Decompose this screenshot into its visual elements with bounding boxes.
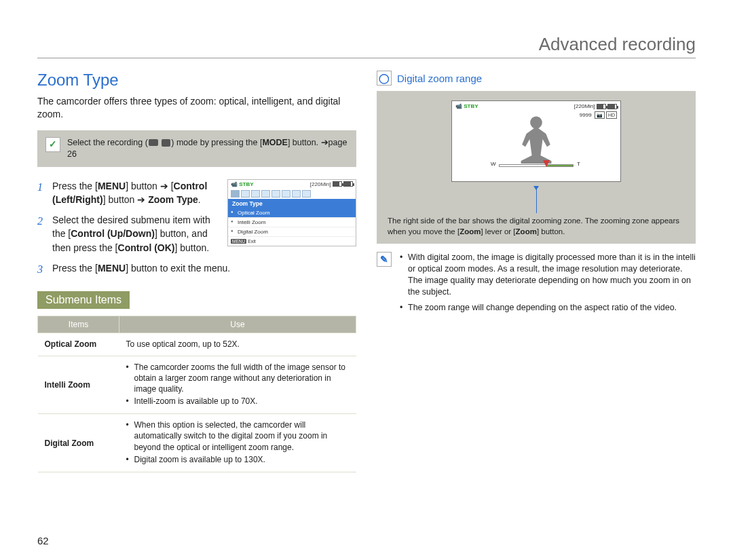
table-row: Optical Zoom To use optical zoom, up to … — [38, 333, 356, 356]
note-item: The zoom range will change depending on … — [400, 302, 696, 314]
preview-caption: The right side of the bar shows the digi… — [388, 216, 685, 237]
right-heading: Digital zoom range — [397, 73, 482, 84]
zoom-indicator-icon — [543, 160, 550, 167]
mode-note: ✓ Select the recording ( ) mode by press… — [37, 130, 356, 167]
preview-box: 📹 STBY [220Min] 9999 📷HD W T — [377, 91, 696, 244]
magnifier-icon: ◯ — [377, 71, 392, 86]
battery-icon — [597, 104, 606, 109]
two-column-layout: Zoom Type The camcorder offers three typ… — [37, 71, 696, 472]
steps-with-lcd: Press the [MENU] button ➔ [Control (Left… — [37, 179, 356, 261]
step-list-cont: Press the [MENU] button to exit the menu… — [37, 261, 356, 275]
lcd-top-bar: 📹 STBY [220Min] — [228, 180, 356, 189]
note-item: With digital zoom, the image is digitall… — [400, 252, 696, 298]
page-number: 62 — [37, 535, 49, 546]
manual-page: Advanced recording Zoom Type The camcord… — [0, 0, 733, 560]
left-column: Zoom Type The camcorder offers three typ… — [37, 71, 356, 472]
check-icon: ✓ — [45, 137, 60, 152]
right-column: ◯ Digital zoom range 📹 STBY [220Min] 999… — [377, 71, 696, 472]
info-notes: ✎ With digital zoom, the image is digita… — [377, 252, 696, 317]
lcd-tabs — [228, 189, 356, 199]
submenu-heading: Submenu Items — [37, 291, 130, 309]
lcd-exit: MENUExit — [228, 237, 356, 246]
submenu-table: Items Use Optical Zoom To use optical zo… — [37, 316, 356, 472]
page-heading: Zoom Type — [37, 71, 356, 90]
th-items: Items — [38, 316, 119, 333]
mode-note-text: Select the recording ( ) mode by pressin… — [67, 137, 348, 160]
preview-lcd: 📹 STBY [220Min] 9999 📷HD W T — [451, 100, 621, 182]
section-title: Advanced recording — [37, 34, 696, 58]
zoom-bar: W T — [499, 162, 574, 169]
callout-line — [536, 187, 537, 213]
table-row: Digital Zoom When this option is selecte… — [38, 414, 356, 472]
th-use: Use — [119, 316, 356, 333]
step-2: Select the desired submenu item with the… — [37, 213, 218, 255]
intro-text: The camcorder offers three types of zoom… — [37, 95, 356, 121]
subject-silhouette — [506, 112, 567, 166]
step-1: Press the [MENU] button ➔ [Control (Left… — [37, 179, 218, 207]
photo-icon — [162, 139, 170, 147]
battery-icon — [333, 181, 342, 187]
step-3: Press the [MENU] button to exit the menu… — [37, 261, 356, 275]
lcd-item-selected: Optical Zoom — [228, 208, 356, 218]
note-icon: ✎ — [377, 252, 392, 267]
right-heading-row: ◯ Digital zoom range — [377, 71, 696, 86]
step-list: Press the [MENU] button ➔ [Control (Left… — [37, 179, 218, 261]
lcd-item: Digital Zoom — [228, 227, 356, 237]
lcd-item: Intelli Zoom — [228, 218, 356, 227]
menu-lcd-screenshot: 📹 STBY [220Min] Zoom Type Optical Zoom I… — [227, 179, 356, 246]
battery-icon — [343, 181, 353, 187]
hd-icon: 📷 — [595, 111, 605, 119]
lcd-menu-title: Zoom Type — [228, 199, 356, 208]
video-icon — [149, 139, 158, 146]
table-row: Intelli Zoom The camcorder zooms the ful… — [38, 356, 356, 414]
battery-icon — [607, 104, 617, 109]
